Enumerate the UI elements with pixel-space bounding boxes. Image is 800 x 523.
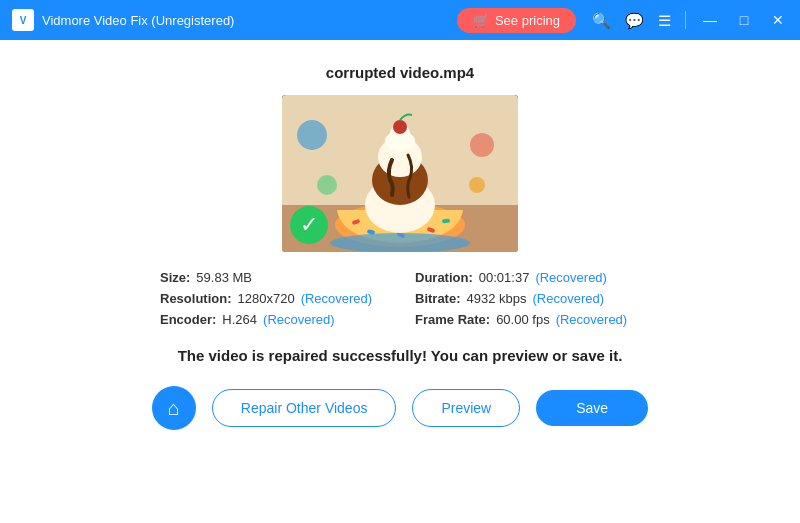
maximize-button[interactable]: □: [734, 12, 754, 28]
framerate-label: Frame Rate:: [415, 312, 490, 327]
repair-other-button[interactable]: Repair Other Videos: [212, 389, 397, 427]
duration-recovered: (Recovered): [535, 270, 607, 285]
encoder-value: H.264: [222, 312, 257, 327]
home-icon: ⌂: [168, 397, 180, 420]
title-bar-controls: 🔍 💬 ☰ — □ ✕: [592, 11, 788, 29]
close-button[interactable]: ✕: [768, 12, 788, 28]
save-button[interactable]: Save: [536, 390, 648, 426]
minimize-button[interactable]: —: [700, 12, 720, 28]
resolution-recovered: (Recovered): [301, 291, 373, 306]
svg-point-19: [469, 177, 485, 193]
info-row-duration: Duration: 00:01:37 (Recovered): [415, 270, 640, 285]
info-row-bitrate: Bitrate: 4932 kbps (Recovered): [415, 291, 640, 306]
chat-icon[interactable]: 💬: [625, 13, 644, 28]
duration-label: Duration:: [415, 270, 473, 285]
action-buttons: ⌂ Repair Other Videos Preview Save: [152, 386, 648, 430]
size-value: 59.83 MB: [196, 270, 252, 285]
svg-point-16: [297, 120, 327, 150]
cart-icon: 🛒: [473, 13, 489, 28]
title-bar: V Vidmore Video Fix (Unregistered) 🛒 See…: [0, 0, 800, 40]
bitrate-recovered: (Recovered): [533, 291, 605, 306]
info-row-size: Size: 59.83 MB: [160, 270, 385, 285]
info-row-encoder: Encoder: H.264 (Recovered): [160, 312, 385, 327]
video-filename: corrupted video.mp4: [326, 64, 474, 81]
see-pricing-label: See pricing: [495, 13, 560, 28]
duration-value: 00:01:37: [479, 270, 530, 285]
framerate-value: 60.00 fps: [496, 312, 550, 327]
video-thumbnail: ✓: [282, 95, 518, 252]
home-button[interactable]: ⌂: [152, 386, 196, 430]
svg-point-17: [470, 133, 494, 157]
preview-button[interactable]: Preview: [412, 389, 520, 427]
size-label: Size:: [160, 270, 190, 285]
svg-point-18: [317, 175, 337, 195]
menu-icon[interactable]: ☰: [658, 13, 671, 28]
bitrate-value: 4932 kbps: [467, 291, 527, 306]
search-icon[interactable]: 🔍: [592, 13, 611, 28]
main-content: corrupted video.mp4: [0, 40, 800, 523]
success-message: The video is repaired successfully! You …: [178, 347, 623, 364]
success-badge: ✓: [290, 206, 328, 244]
svg-point-15: [393, 120, 407, 134]
encoder-recovered: (Recovered): [263, 312, 335, 327]
see-pricing-button[interactable]: 🛒 See pricing: [457, 8, 576, 33]
resolution-label: Resolution:: [160, 291, 232, 306]
info-row-resolution: Resolution: 1280x720 (Recovered): [160, 291, 385, 306]
framerate-recovered: (Recovered): [556, 312, 628, 327]
app-title: Vidmore Video Fix (Unregistered): [42, 13, 449, 28]
info-grid: Size: 59.83 MB Duration: 00:01:37 (Recov…: [160, 270, 640, 327]
encoder-label: Encoder:: [160, 312, 216, 327]
info-row-framerate: Frame Rate: 60.00 fps (Recovered): [415, 312, 640, 327]
resolution-value: 1280x720: [238, 291, 295, 306]
check-icon: ✓: [300, 214, 318, 236]
bitrate-label: Bitrate:: [415, 291, 461, 306]
app-logo: V: [12, 9, 34, 31]
separator: [685, 11, 686, 29]
logo-text: V: [20, 15, 27, 26]
